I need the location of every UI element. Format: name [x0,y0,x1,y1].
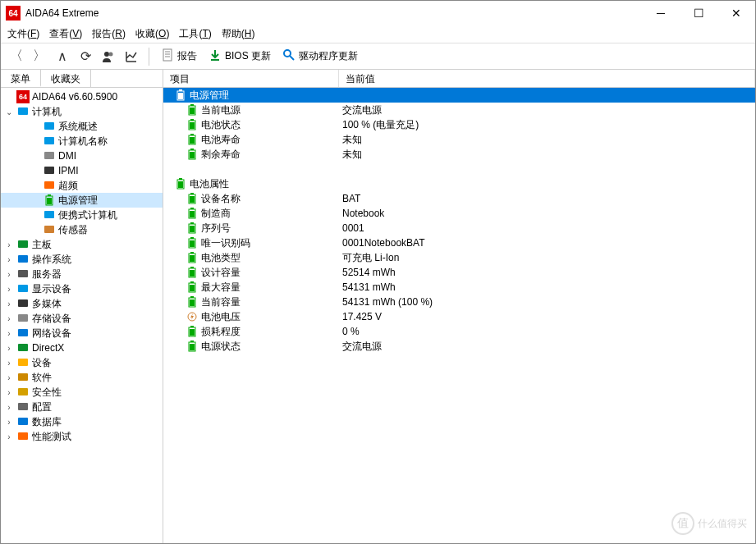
list-row[interactable]: 电源状态交流电源 [163,339,755,354]
tree-DMI[interactable]: DMI [1,149,163,163]
report-button[interactable]: 报告 [158,48,200,64]
tree-数据库[interactable]: ›数据库 [1,414,163,429]
tree-主板[interactable]: ›主板 [1,237,163,252]
list-row[interactable]: 设计容量52514 mWh [163,265,755,280]
tree-软件[interactable]: ›软件 [1,370,163,385]
tree-node-label: 操作系统 [32,253,71,267]
list-row[interactable]: 设备名称BAT [163,191,755,206]
tab-favorites[interactable]: 收藏夹 [41,70,91,87]
list-row[interactable]: 电池状态100 % (电量充足) [163,117,755,132]
tree-computer[interactable]: ⌄计算机 [1,104,163,119]
tree-IPMI[interactable]: IPMI [1,163,163,178]
menu-报告[interactable]: 报告(R) [92,27,126,41]
group-header[interactable]: 电源管理 [163,88,755,103]
row-value: 交流电源 [339,340,755,354]
list-row[interactable]: 序列号0001 [163,221,755,235]
row-label: 当前容量 [201,295,241,309]
row-label: 设计容量 [201,266,241,280]
tree-node-icon [16,238,30,251]
svg-rect-10 [44,122,54,130]
tree-服务器[interactable]: ›服务器 [1,267,163,281]
close-button[interactable]: ✕ [717,1,755,25]
tree-node-icon [16,371,30,384]
menu-工具[interactable]: 工具(T) [179,27,211,41]
row-value: 0001NotebookBAT [339,237,755,249]
svg-rect-60 [190,226,195,232]
tree-性能测试[interactable]: ›性能测试 [1,429,163,444]
tree-操作系统[interactable]: ›操作系统 [1,252,163,267]
tree[interactable]: 64AIDA64 v6.60.5900⌄计算机系统概述计算机名称DMIIPMI超… [1,88,163,543]
minimize-button[interactable]: ─ [642,1,680,25]
refresh-button[interactable]: ⟳ [76,48,94,66]
svg-rect-20 [18,240,28,248]
tree-node-icon [16,356,30,369]
tree-便携式计算机[interactable]: 便携式计算机 [1,208,163,222]
tree-显示设备[interactable]: ›显示设备 [1,281,163,296]
tree-计算机名称[interactable]: 计算机名称 [1,134,163,149]
tree-安全性[interactable]: ›安全性 [1,385,163,400]
tree-存储设备[interactable]: ›存储设备 [1,311,163,326]
content-area: 菜单 收藏夹 64AIDA64 v6.60.5900⌄计算机系统概述计算机名称D… [1,70,755,543]
left-pane: 菜单 收藏夹 64AIDA64 v6.60.5900⌄计算机系统概述计算机名称D… [1,70,163,543]
list-body[interactable]: 电源管理当前电源交流电源电池状态100 % (电量充足)电池寿命未知剩余寿命未知… [163,88,755,543]
list-row[interactable]: 唯一识别码0001NotebookBAT [163,235,755,250]
row-label: 最大容量 [201,281,241,295]
column-item[interactable]: 项目 [163,70,339,87]
report-label: 报告 [177,49,197,63]
tree-toggle-icon: › [4,388,14,397]
tree-传感器[interactable]: 传感器 [1,222,163,237]
row-value: 52514 mWh [339,267,755,278]
tree-node-icon [16,253,30,266]
tree-系统概述[interactable]: 系统概述 [1,119,163,134]
battery-icon [186,208,198,219]
tree-root[interactable]: 64AIDA64 v6.60.5900 [1,89,163,104]
chart-button[interactable] [122,48,140,66]
battery-icon [186,341,198,352]
group-header[interactable]: 电池属性 [163,176,755,191]
tree-DirectX[interactable]: ›DirectX [1,341,163,355]
svg-rect-9 [18,107,28,115]
tree-电源管理[interactable]: 电源管理 [1,193,163,208]
driver-update-button[interactable]: 驱动程序更新 [279,48,361,64]
tree-网络设备[interactable]: ›网络设备 [1,326,163,341]
menu-帮助[interactable]: 帮助(H) [222,27,255,41]
menu-文件[interactable]: 文件(F) [7,27,39,41]
svg-rect-26 [18,329,28,336]
tree-多媒体[interactable]: ›多媒体 [1,296,163,311]
list-row[interactable]: 电池寿命未知 [163,132,755,147]
tree-node-label: 配置 [32,400,52,414]
tree-toggle-icon: › [4,344,14,353]
list-row[interactable]: 损耗程度0 % [163,324,755,339]
menu-查看[interactable]: 查看(V) [49,27,82,41]
svg-rect-18 [44,211,54,218]
tree-设备[interactable]: ›设备 [1,355,163,370]
bios-update-button[interactable]: BIOS 更新 [205,48,274,64]
list-row[interactable]: 剩余寿命未知 [163,147,755,162]
column-value[interactable]: 当前值 [339,70,755,87]
tree-node-icon [16,267,30,281]
svg-rect-12 [44,152,54,159]
list-row[interactable]: 当前容量54131 mWh (100 %) [163,295,755,309]
list-row[interactable]: 电池电压17.425 V [163,309,755,324]
nav-forward-button[interactable]: 〉 [30,48,48,66]
nav-back-button[interactable]: 〈 [7,48,25,66]
menu-收藏[interactable]: 收藏(O) [135,27,169,41]
group-header-label: 电源管理 [190,89,229,103]
tree-超频[interactable]: 超频 [1,178,163,193]
svg-rect-82 [190,344,195,350]
list-row[interactable]: 制造商Notebook [163,206,755,221]
tab-menu[interactable]: 菜单 [1,70,41,87]
list-row[interactable]: 电池类型可充电 Li-Ion [163,250,755,265]
tree-node-icon [16,282,30,295]
list-row[interactable]: 最大容量54131 mWh [163,280,755,295]
tree-toggle-icon: › [4,285,14,294]
titlebar: 64 AIDA64 Extreme ─ ☐ ✕ [1,1,755,25]
tree-toggle-icon: › [4,299,14,309]
nav-up-button[interactable]: ∧ [53,48,71,66]
list-row[interactable]: 当前电源交流电源 [163,103,755,117]
tree-配置[interactable]: ›配置 [1,400,163,414]
battery-icon [175,89,186,101]
maximize-button[interactable]: ☐ [680,1,717,25]
svg-rect-33 [18,432,28,440]
users-button[interactable] [99,48,117,66]
